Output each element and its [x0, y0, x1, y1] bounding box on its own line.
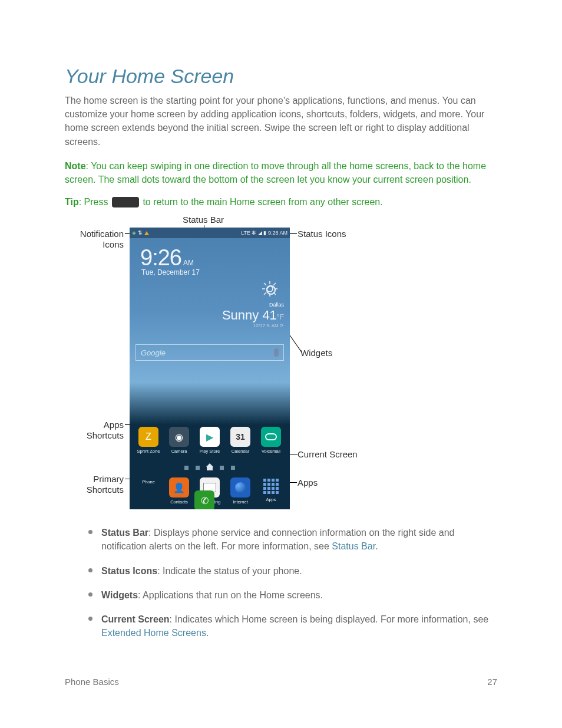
page-footer: Phone Basics 27	[65, 677, 497, 687]
list-item: Status Icons: Indicate the status of you…	[88, 564, 497, 578]
home-key-icon	[112, 197, 139, 207]
tip-before: : Press	[79, 197, 111, 207]
bullet-title: Widgets	[101, 590, 138, 600]
link-status-bar[interactable]: Status Bar	[332, 541, 375, 551]
clock-ampm: AM	[183, 259, 194, 267]
dock-row: ✆Phone 👤Contacts Messaging Internet Apps	[130, 477, 290, 505]
page-dot	[196, 466, 200, 470]
weather-location: Dallas	[222, 302, 284, 308]
page-indicator	[130, 465, 290, 470]
label-widgets: Widgets	[300, 348, 332, 358]
weather-widget: Dallas Sunny 41°F 12/17 9: AM ⟳	[222, 281, 284, 328]
note-text: : You can keep swiping in one direction …	[65, 161, 486, 185]
notification-icons: ◈⇅	[132, 230, 149, 236]
label-notification-icons: Notification Icons	[65, 229, 124, 250]
phone-mockup: ◈⇅ LTE ✻ ◢ ▮ 9:26 AM 9:26AM Tue, Decembe…	[130, 228, 290, 509]
label-status-icons: Status Icons	[297, 229, 346, 239]
page-dot-home	[207, 465, 213, 470]
bullet-after: .	[206, 628, 209, 638]
footer-page: 27	[487, 677, 497, 687]
sun-icon	[262, 281, 278, 297]
google-search-widget: Google	[135, 344, 284, 361]
clock-time: 9:26	[140, 245, 181, 270]
clock-date: Tue, December 17	[140, 268, 200, 276]
svg-line-8	[264, 292, 266, 295]
note-paragraph: Note: You can keep swiping in one direct…	[65, 159, 497, 186]
list-item: Current Screen: Indicates which Home scr…	[88, 612, 497, 640]
label-current-screen: Current Screen	[297, 449, 358, 460]
list-item: Status Bar: Displays phone service and c…	[88, 526, 497, 553]
status-icons: LTE ✻ ◢ ▮ 9:26 AM	[241, 230, 287, 236]
tip-after: to return to the main Home screen from a…	[140, 197, 383, 207]
list-item: Widgets: Applications that run on the Ho…	[88, 588, 497, 602]
svg-point-0	[267, 286, 273, 292]
note-label: Note	[65, 161, 86, 171]
page-dot	[220, 466, 224, 470]
app-calendar: 31Calendar	[227, 427, 253, 454]
weather-condition: Sunny	[222, 308, 263, 322]
page-heading: Your Home Screen	[65, 65, 497, 88]
page-dot	[184, 466, 189, 470]
dock-apps: Apps	[258, 477, 284, 505]
clock-widget: 9:26AM Tue, December 17	[140, 245, 200, 276]
label-primary-shortcuts: Primary Shortcuts	[65, 474, 124, 495]
weather-temp: 41	[262, 308, 276, 322]
bullet-after: .	[375, 541, 378, 551]
label-status-bar: Status Bar	[183, 215, 224, 225]
phone-status-bar: ◈⇅ LTE ✻ ◢ ▮ 9:26 AM	[130, 228, 290, 238]
app-camera: ◉Camera	[166, 427, 192, 454]
home-screen-diagram: Status Bar Notification Icons Apps Short…	[65, 215, 430, 515]
label-apps-shortcuts: Apps Shortcuts	[65, 420, 124, 441]
app-shortcuts-row: ZSprint Zone ◉Camera ▶Play Store 31Calen…	[130, 427, 290, 454]
svg-line-6	[273, 292, 276, 295]
mic-icon	[274, 348, 279, 357]
weather-unit: °F	[277, 313, 284, 321]
dock-internet: Internet	[227, 477, 253, 505]
google-label: Google	[141, 348, 166, 357]
intro-paragraph: The home screen is the starting point fo…	[65, 94, 497, 149]
footer-section: Phone Basics	[65, 677, 119, 687]
dock-contacts: 👤Contacts	[166, 477, 192, 505]
bullet-title: Current Screen	[101, 614, 170, 624]
app-voicemail: Voicemail	[258, 427, 284, 454]
page-dot	[231, 466, 235, 470]
tip-paragraph: Tip: Press to return to the main Home sc…	[65, 197, 497, 207]
svg-line-5	[264, 283, 266, 285]
bullet-text: : Displays phone service and connection …	[101, 528, 454, 551]
app-play-store: ▶Play Store	[197, 427, 223, 454]
app-sprint-zone: ZSprint Zone	[135, 427, 161, 454]
label-apps: Apps	[297, 477, 318, 488]
svg-line-7	[273, 283, 276, 285]
link-extended-home-screens[interactable]: Extended Home Screens	[101, 628, 206, 638]
feature-list: Status Bar: Displays phone service and c…	[65, 526, 497, 640]
weather-updated: 12/17 9: AM ⟳	[222, 323, 284, 328]
bullet-title: Status Icons	[101, 566, 157, 576]
bullet-text: : Indicate the status of your phone.	[157, 566, 302, 576]
bullet-title: Status Bar	[101, 528, 148, 538]
tip-label: Tip	[65, 197, 79, 207]
dock-phone: ✆Phone	[135, 477, 161, 505]
bullet-text: : Indicates which Home screen is being d…	[170, 614, 489, 624]
bullet-text: : Applications that run on the Home scre…	[138, 590, 323, 600]
